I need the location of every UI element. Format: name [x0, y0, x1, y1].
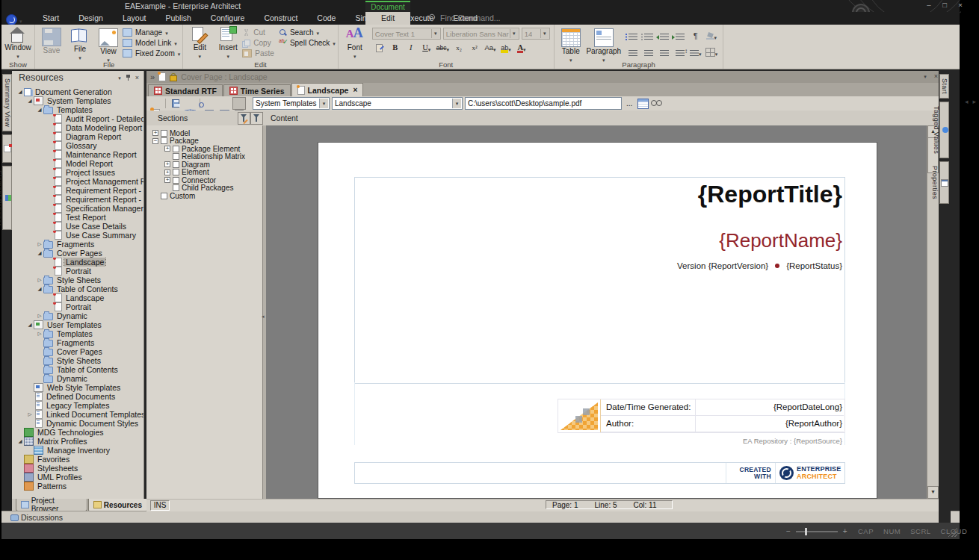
dock-tab-notes[interactable]: Notes	[2, 134, 12, 163]
model-link-button[interactable]: Model Link	[123, 38, 180, 47]
tree-item-audit-report-detailed[interactable]: Audit Report - Detailed	[12, 114, 143, 123]
section-item-child-packages[interactable]: Child Packages	[146, 184, 262, 193]
tree-item-fragments[interactable]: ▷Fragments	[12, 240, 143, 249]
report-title-field[interactable]: {ReportTitle}	[698, 181, 842, 208]
tree-item-diagram-report[interactable]: Diagram Report	[12, 132, 143, 141]
section-item-element[interactable]: +Element	[146, 169, 262, 177]
align-right-button[interactable]	[657, 46, 672, 58]
document-canvas[interactable]: {ReportTitle} {ReportName} Version {Repo…	[266, 125, 927, 499]
ribbon-tab-construct[interactable]: Construct	[254, 12, 307, 25]
close-tab-icon[interactable]: ×	[351, 86, 357, 94]
zoom-out-button[interactable]: −	[786, 527, 791, 535]
bottom-tab-project-browser[interactable]: Project Browser	[16, 499, 87, 511]
window-button[interactable]: Window	[4, 25, 32, 60]
expander-expanded-icon[interactable]: ◢	[36, 249, 43, 258]
change-case-button[interactable]: Aa	[483, 42, 498, 54]
section-checkbox[interactable]	[161, 193, 167, 199]
dock-tab-summary-view[interactable]: Summary View	[2, 74, 12, 131]
tree-item-cover-pages[interactable]: ◢Cover Pages	[12, 249, 143, 258]
status-toggle-scrl[interactable]: SCRL	[910, 527, 930, 535]
side-by-side-toggle[interactable]	[232, 97, 246, 110]
close-panel-icon[interactable]	[135, 74, 139, 81]
tab-list-icon[interactable]	[924, 72, 927, 80]
borders-button[interactable]	[704, 46, 720, 58]
section-checkbox[interactable]	[173, 184, 179, 191]
view-document-button[interactable]	[651, 98, 663, 109]
expander-expanded-icon[interactable]: ◢	[36, 105, 43, 114]
expander-collapsed-icon[interactable]: ▷	[36, 276, 43, 284]
spell-check-button[interactable]: Spell Check	[279, 38, 336, 47]
tree-item-uml-profiles[interactable]: UML Profiles	[12, 473, 143, 482]
document-tab-time-series[interactable]: Time Series	[223, 84, 291, 96]
paste-button[interactable]: Paste	[242, 49, 274, 57]
dock-tab-tagged-values[interactable]: Tagged Values	[939, 102, 949, 158]
save-document-button[interactable]	[170, 98, 182, 109]
font-color-button[interactable]: A	[514, 42, 529, 54]
strikethrough-button[interactable]: abc	[435, 42, 451, 54]
paragraph-button[interactable]: Paragraph	[585, 25, 623, 63]
chevron-double-icon[interactable]	[150, 72, 155, 81]
bullet-list-button[interactable]	[626, 30, 640, 42]
tree-item-mdg-technologies[interactable]: MDG Technologies	[12, 428, 143, 437]
ribbon-tab-edit[interactable]: Edit	[365, 12, 410, 25]
section-checkbox[interactable]	[173, 153, 179, 160]
status-toggle-num[interactable]: NUM	[883, 527, 901, 535]
open-document-button[interactable]	[184, 98, 196, 109]
expander-expanded-icon[interactable]: ◢	[26, 96, 34, 105]
tree-item-system-templates[interactable]: ◢System Templates	[12, 96, 143, 105]
filter-sections-button[interactable]	[250, 112, 263, 125]
tree-item-test-report[interactable]: Test Report	[12, 213, 143, 222]
expander-plus-icon[interactable]: +	[164, 177, 170, 183]
font-button[interactable]: Font	[341, 25, 369, 60]
text-highlight-button[interactable]: ab	[498, 42, 513, 54]
ribbon-tab-configure[interactable]: Configure	[201, 12, 255, 25]
file-button[interactable]: File	[66, 25, 94, 61]
cut-button[interactable]: Cut	[242, 28, 274, 37]
tree-item-patterns[interactable]: Patterns	[12, 482, 143, 491]
save-button[interactable]: Save	[37, 25, 66, 55]
tree-item-user-templates[interactable]: ◢User Templates	[12, 320, 143, 329]
tree-item-requirement-report-details[interactable]: Requirement Report - Details	[12, 186, 143, 195]
section-item-model[interactable]: +Model	[146, 129, 262, 137]
tree-item-specification-manager-list[interactable]: Specification Manager List	[12, 204, 143, 213]
increase-indent-button[interactable]	[673, 30, 688, 42]
template-combo[interactable]: Landscape	[332, 97, 463, 110]
tree-item-templates[interactable]: ▷Templates	[12, 329, 143, 338]
panel-menu-icon[interactable]	[118, 74, 121, 81]
tree-item-landscape[interactable]: Landscape	[12, 293, 143, 302]
document-tab-standard-rtf[interactable]: Standard RTF	[148, 84, 223, 96]
dock-tab-element-browser[interactable]: Element Browser	[2, 166, 12, 231]
tree-item-manage-inventory[interactable]: Manage Inventory	[12, 446, 143, 455]
expander-plus-icon[interactable]: +	[164, 169, 170, 175]
ribbon-tab-code[interactable]: Code	[307, 12, 345, 25]
new-document-button[interactable]	[149, 98, 161, 109]
expander-plus-icon[interactable]: +	[164, 146, 170, 152]
tree-item-table-of-contents[interactable]: Table of Contents	[12, 365, 143, 374]
section-item-connector[interactable]: +Connector	[146, 176, 262, 184]
generate-document-button[interactable]	[637, 98, 649, 109]
scroll-tabs-right-icon[interactable]	[972, 98, 976, 105]
ribbon-tab-start[interactable]: Start	[33, 12, 69, 25]
template-group-combo[interactable]: System Templates	[253, 97, 330, 110]
edit-button[interactable]: Edit	[185, 25, 214, 60]
tree-item-use-case-summary[interactable]: Use Case Summary	[12, 231, 143, 240]
minimize-button[interactable]: –	[925, 1, 933, 9]
status-toggle-cap[interactable]: CAP	[858, 527, 874, 535]
tree-item-stylesheets[interactable]: Stylesheets	[12, 464, 143, 473]
tree-item-style-sheets[interactable]: ▷Style Sheets	[12, 276, 143, 284]
italic-button[interactable]: I	[404, 42, 419, 54]
find-command[interactable]: Find Command...	[429, 13, 501, 22]
find-in-browser-button[interactable]	[204, 98, 216, 109]
tree-item-dynamic[interactable]: Dynamic	[12, 374, 143, 383]
close-button[interactable]: ×	[957, 1, 964, 9]
scroll-down-icon[interactable]	[927, 486, 939, 499]
expander-plus-icon[interactable]: +	[164, 161, 170, 167]
section-checkbox[interactable]	[173, 169, 179, 175]
ribbon-tab-design[interactable]: Design	[69, 12, 113, 25]
underline-button[interactable]: U	[419, 42, 434, 54]
manage-button[interactable]: Manage	[123, 28, 180, 37]
tree-item-project-management-report[interactable]: Project Management Report	[12, 177, 143, 186]
text-style-combo[interactable]: Cover Text 1	[372, 28, 441, 40]
insert-button[interactable]: Insert	[214, 25, 242, 60]
report-info-table[interactable]: Date/Time Generated: {ReportDateLong} Au…	[558, 399, 845, 433]
